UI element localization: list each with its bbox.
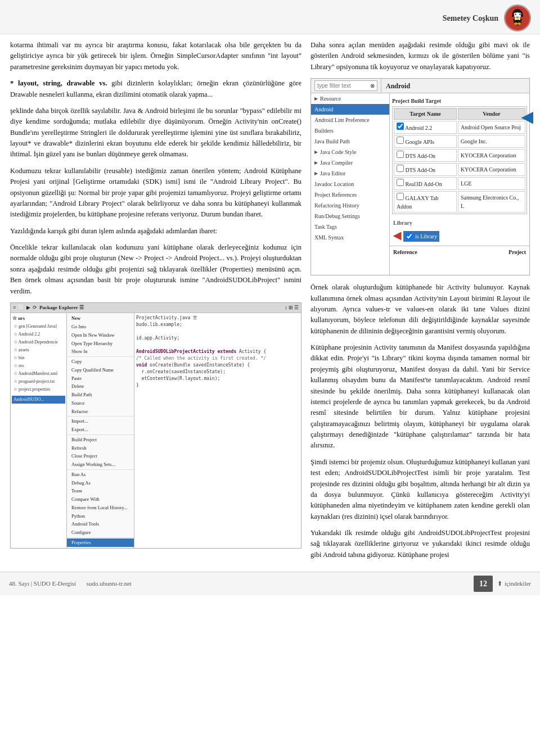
menu-copy-qual[interactable]: Copy Qualified Name: [67, 366, 134, 374]
filter-clear-icon[interactable]: ⊗: [370, 82, 375, 90]
code-line-10: etContentView(R.layout.main);: [136, 375, 299, 382]
menu-properties[interactable]: Properties: [67, 538, 134, 547]
menu-debug-as[interactable]: Debug As: [67, 479, 134, 487]
is-library-checkbox[interactable]: [406, 233, 413, 240]
eclipse-toolbar: ≡ ⬜ ▶ ⟳ Package Explorer ☰ ↕ ⊞ ☰: [11, 303, 301, 314]
ap-item-lint-label: Android Lint Preference: [314, 116, 370, 124]
code-line-5: [136, 342, 299, 348]
cell-galaxy-name: GALAXY Tab Addon: [394, 191, 457, 212]
menu-refresh[interactable]: Refresh: [67, 444, 134, 452]
svg-point-7: [516, 16, 519, 19]
ap-item-javadoc-label: Javadoc Location: [314, 180, 354, 188]
menu-team[interactable]: Team: [67, 487, 134, 495]
menu-close-project[interactable]: Close Project: [67, 452, 134, 460]
toolbar-icon-4[interactable]: ⟳: [33, 304, 37, 312]
is-library-label: is Library: [415, 232, 437, 241]
header: Semetey Coşkun: [0, 0, 540, 34]
checkbox-real3d[interactable]: [397, 179, 404, 186]
toolbar-icon-1[interactable]: ≡: [13, 304, 16, 312]
para-2: * layout, string, drawable vs. gibi dizi…: [10, 78, 302, 100]
toolbar-icon-2[interactable]: ⬜: [18, 304, 24, 312]
ap-item-code-style-label: Java Code Style: [320, 148, 356, 156]
ap-item-code-style[interactable]: ▶ Java Code Style: [311, 147, 389, 157]
menu-export[interactable]: Export...: [67, 425, 134, 434]
cell-google-name: Google APIs: [394, 135, 457, 148]
cell-real3d-vendor: LGE: [458, 177, 525, 190]
filter-input-container[interactable]: ⊗: [314, 80, 377, 91]
ap-item-editor[interactable]: ▶ Java Editor: [311, 168, 389, 179]
cell-google-vendor: Google Inc.: [458, 135, 525, 148]
package-explorer-panel: ☆ urs ☆ gen [Generated Java] ☆ Android 2…: [11, 313, 67, 547]
tri-icon-4: ▶: [314, 170, 318, 177]
code-editor: ProjectActivity.java ☰ budo.lib.example;…: [134, 313, 301, 547]
build-target-title: Project Build Target: [392, 96, 527, 106]
table-row-dts2: DTS Add-On KYOCERA Corporation: [394, 163, 525, 176]
ap-item-resource[interactable]: ▶ Resource: [311, 93, 389, 104]
ap-item-builders[interactable]: Builders: [311, 125, 389, 136]
ap-item-proj-refs[interactable]: Project References: [311, 189, 389, 200]
code-line-11: }: [136, 382, 299, 389]
menu-configure[interactable]: Configure: [67, 528, 134, 537]
checkbox-dts1[interactable]: [397, 151, 404, 158]
right-intro: Daha sonra açılan menüden aşağıdaki resi…: [310, 40, 530, 73]
ap-item-build-path-label: Java Build Path: [314, 137, 350, 146]
menu-restore[interactable]: Restore from Local History...: [67, 504, 134, 512]
pkg-item-bin: ☆ bin: [12, 354, 65, 362]
col-target-name: Target Name: [394, 108, 457, 120]
menu-copy[interactable]: Copy: [67, 357, 134, 366]
ap-item-builders-label: Builders: [314, 126, 334, 135]
ap-item-lint[interactable]: Android Lint Preference: [311, 115, 389, 125]
checkbox-android22[interactable]: [397, 123, 404, 130]
para-6: Öncelikle tekrar kullanılacak olan kodun…: [10, 242, 302, 297]
menu-delete[interactable]: Delete: [67, 382, 134, 391]
checkbox-galaxy[interactable]: [397, 193, 404, 200]
left-column: kotarma ihtimali var mı ayrıca bir araşt…: [10, 40, 302, 566]
ap-item-compiler[interactable]: ▶ Java Compiler: [311, 157, 389, 168]
build-target-table: Target Name Vendor Android 2.2: [392, 106, 527, 214]
menu-compare[interactable]: Compare With: [67, 495, 134, 504]
menu-new[interactable]: New: [67, 314, 134, 323]
checkbox-dts2[interactable]: [397, 165, 404, 172]
menu-android-tools[interactable]: Android Tools: [67, 520, 134, 528]
cell-android22-vendor: Android Open Source Proj: [458, 121, 525, 134]
ap-item-xml[interactable]: XML Syntax: [311, 232, 389, 243]
android-properties-panel: ⊗ Android ▶ Resource: [310, 78, 530, 275]
cell-dts2-name: DTS Add-On: [394, 163, 457, 176]
ap-item-android[interactable]: Android: [311, 104, 389, 115]
menu-assign-working[interactable]: Assign Working Sets...: [67, 460, 134, 469]
menu-import[interactable]: Import...: [67, 417, 134, 425]
right-para5: Yukarıdaki ilk resimde olduğu gibi Andro…: [310, 528, 530, 560]
menu-show-in[interactable]: Show In: [67, 347, 134, 356]
checkbox-google-apis[interactable]: [397, 137, 404, 144]
menu-open-window[interactable]: Open In New Window: [67, 331, 134, 339]
menu-build-project[interactable]: Build Project: [67, 436, 134, 444]
menu-run-as[interactable]: Run As: [67, 470, 134, 479]
menu-python[interactable]: Python: [67, 512, 134, 520]
library-section: Library ◀ is Library: [390, 216, 529, 246]
author-name: Semetey Coşkun: [443, 12, 498, 24]
ap-item-javadoc[interactable]: Javadoc Location: [311, 179, 389, 189]
menu-refactor[interactable]: Refactor: [67, 408, 134, 416]
pkg-item-gen: ☆ gen [Generated Java]: [12, 323, 65, 331]
ap-item-task-tags[interactable]: Task Tags: [311, 221, 389, 232]
menu-type-hierarchy[interactable]: Open Type Hierarchy: [67, 339, 134, 348]
code-line-6: AndroidSUDOLibProjectActivity extends Ac…: [136, 348, 299, 355]
cell-dts2-vendor: KYOCERA Corporation: [458, 163, 525, 176]
filter-input[interactable]: [317, 83, 368, 89]
menu-sep-5: [67, 537, 134, 538]
pkg-item-selected[interactable]: AndroidSUDO...: [12, 396, 65, 404]
menu-paste[interactable]: Paste: [67, 374, 134, 383]
pkg-item-manifest: ☆ AndroidManifest.xml: [12, 370, 65, 378]
menu-source[interactable]: Source: [67, 399, 134, 408]
menu-build-path[interactable]: Build Path: [67, 391, 134, 399]
pkg-item-props: ☆ project.properties: [12, 386, 65, 393]
ap-item-build-path[interactable]: Java Build Path: [311, 136, 389, 147]
toolbar-icon-3[interactable]: ▶: [26, 304, 30, 312]
toc-link[interactable]: ⬆ içindekiler: [497, 579, 531, 588]
ap-item-android-label: Android: [314, 105, 333, 114]
ap-item-run-debug[interactable]: Run/Debug Settings: [311, 211, 389, 221]
tri-icon-3: ▶: [314, 160, 318, 166]
ap-item-refactor[interactable]: Refactoring History: [311, 200, 389, 211]
svg-point-11: [514, 22, 518, 25]
menu-goto[interactable]: Go Into: [67, 323, 134, 331]
